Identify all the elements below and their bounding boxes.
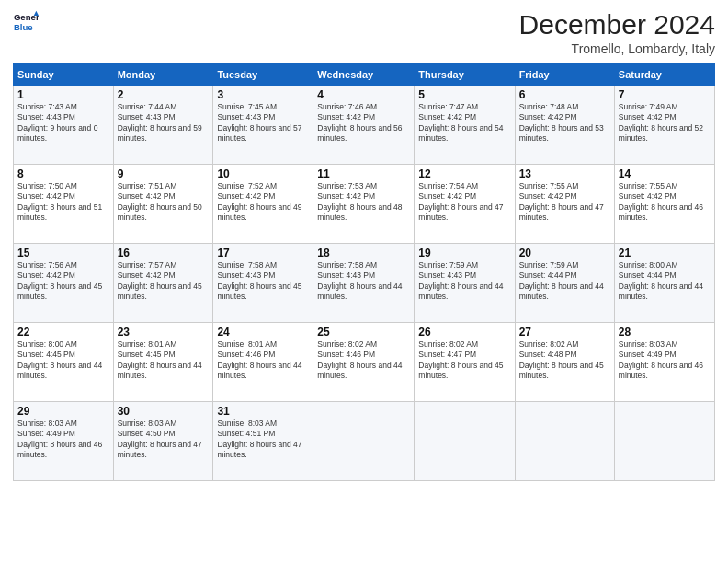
day-cell-2: 2 Sunrise: 7:44 AMSunset: 4:43 PMDayligh… xyxy=(113,86,213,165)
day-info: Sunrise: 7:55 AMSunset: 4:42 PMDaylight:… xyxy=(519,181,610,224)
day-cell-8: 8 Sunrise: 7:50 AMSunset: 4:42 PMDayligh… xyxy=(14,165,114,244)
day-info: Sunrise: 8:02 AMSunset: 4:48 PMDaylight:… xyxy=(519,339,610,382)
title-block: December 2024 Tromello, Lombardy, Italy xyxy=(519,9,715,56)
calendar-body: 1 Sunrise: 7:43 AMSunset: 4:43 PMDayligh… xyxy=(14,86,715,481)
day-cell-21: 21 Sunrise: 8:00 AMSunset: 4:44 PMDaylig… xyxy=(614,244,714,323)
day-cell-14: 14 Sunrise: 7:55 AMSunset: 4:42 PMDaylig… xyxy=(614,165,714,244)
day-cell-31: 31 Sunrise: 8:03 AMSunset: 4:51 PMDaylig… xyxy=(213,402,313,481)
day-cell-1: 1 Sunrise: 7:43 AMSunset: 4:43 PMDayligh… xyxy=(14,86,114,165)
day-cell-23: 23 Sunrise: 8:01 AMSunset: 4:45 PMDaylig… xyxy=(113,323,213,402)
day-info: Sunrise: 7:47 AMSunset: 4:42 PMDaylight:… xyxy=(418,102,510,144)
day-cell-30: 30 Sunrise: 8:03 AMSunset: 4:50 PMDaylig… xyxy=(113,402,213,481)
calendar-week-1: 1 Sunrise: 7:43 AMSunset: 4:43 PMDayligh… xyxy=(14,86,715,165)
day-info: Sunrise: 7:43 AMSunset: 4:43 PMDaylight:… xyxy=(17,102,109,144)
day-cell-6: 6 Sunrise: 7:48 AMSunset: 4:42 PMDayligh… xyxy=(515,86,614,165)
day-cell-9: 9 Sunrise: 7:51 AMSunset: 4:42 PMDayligh… xyxy=(113,165,213,244)
day-info: Sunrise: 8:01 AMSunset: 4:46 PMDaylight:… xyxy=(217,339,309,382)
empty-cell xyxy=(313,402,415,481)
day-info: Sunrise: 7:55 AMSunset: 4:42 PMDaylight:… xyxy=(619,181,711,224)
day-cell-5: 5 Sunrise: 7:47 AMSunset: 4:42 PMDayligh… xyxy=(415,86,515,165)
day-number: 4 xyxy=(317,88,410,101)
day-number: 16 xyxy=(118,247,210,259)
day-cell-17: 17 Sunrise: 7:58 AMSunset: 4:43 PMDaylig… xyxy=(213,244,313,323)
day-info: Sunrise: 7:50 AMSunset: 4:42 PMDaylight:… xyxy=(17,181,109,224)
day-cell-12: 12 Sunrise: 7:54 AMSunset: 4:42 PMDaylig… xyxy=(415,165,515,244)
header: General Blue December 2024 Tromello, Lom… xyxy=(13,9,715,56)
col-saturday: Saturday xyxy=(614,64,714,86)
day-number: 25 xyxy=(317,326,410,339)
day-cell-7: 7 Sunrise: 7:49 AMSunset: 4:42 PMDayligh… xyxy=(614,86,714,165)
day-cell-4: 4 Sunrise: 7:46 AMSunset: 4:42 PMDayligh… xyxy=(313,86,415,165)
day-info: Sunrise: 7:58 AMSunset: 4:43 PMDaylight:… xyxy=(217,260,309,303)
day-number: 12 xyxy=(418,167,510,180)
day-number: 30 xyxy=(118,405,210,418)
svg-text:Blue: Blue xyxy=(14,22,33,32)
day-number: 23 xyxy=(118,326,210,339)
day-info: Sunrise: 8:03 AMSunset: 4:49 PMDaylight:… xyxy=(619,339,711,382)
day-cell-19: 19 Sunrise: 7:59 AMSunset: 4:43 PMDaylig… xyxy=(415,244,515,323)
col-wednesday: Wednesday xyxy=(313,64,415,86)
day-cell-20: 20 Sunrise: 7:59 AMSunset: 4:44 PMDaylig… xyxy=(515,244,614,323)
day-number: 28 xyxy=(619,326,711,339)
calendar-week-2: 8 Sunrise: 7:50 AMSunset: 4:42 PMDayligh… xyxy=(14,165,715,244)
day-number: 5 xyxy=(418,88,510,101)
logo-icon: General Blue xyxy=(13,9,39,35)
day-number: 19 xyxy=(418,247,510,259)
day-info: Sunrise: 7:46 AMSunset: 4:42 PMDaylight:… xyxy=(317,102,410,144)
day-number: 20 xyxy=(519,247,610,259)
calendar-header-row: Sunday Monday Tuesday Wednesday Thursday… xyxy=(14,64,715,86)
day-cell-22: 22 Sunrise: 8:00 AMSunset: 4:45 PMDaylig… xyxy=(14,323,114,402)
day-number: 27 xyxy=(519,326,610,339)
day-info: Sunrise: 8:00 AMSunset: 4:44 PMDaylight:… xyxy=(619,260,711,303)
empty-cell xyxy=(614,402,714,481)
calendar-week-5: 29 Sunrise: 8:03 AMSunset: 4:49 PMDaylig… xyxy=(14,402,715,481)
day-cell-25: 25 Sunrise: 8:02 AMSunset: 4:46 PMDaylig… xyxy=(313,323,415,402)
day-info: Sunrise: 7:59 AMSunset: 4:43 PMDaylight:… xyxy=(418,260,510,303)
day-number: 26 xyxy=(418,326,510,339)
day-number: 24 xyxy=(217,326,309,339)
day-cell-29: 29 Sunrise: 8:03 AMSunset: 4:49 PMDaylig… xyxy=(14,402,114,481)
day-cell-18: 18 Sunrise: 7:58 AMSunset: 4:43 PMDaylig… xyxy=(313,244,415,323)
day-cell-11: 11 Sunrise: 7:53 AMSunset: 4:42 PMDaylig… xyxy=(313,165,415,244)
day-info: Sunrise: 7:45 AMSunset: 4:43 PMDaylight:… xyxy=(217,102,309,144)
day-cell-10: 10 Sunrise: 7:52 AMSunset: 4:42 PMDaylig… xyxy=(213,165,313,244)
col-friday: Friday xyxy=(515,64,614,86)
empty-cell xyxy=(515,402,614,481)
day-info: Sunrise: 8:03 AMSunset: 4:51 PMDaylight:… xyxy=(217,419,309,461)
day-cell-28: 28 Sunrise: 8:03 AMSunset: 4:49 PMDaylig… xyxy=(614,323,714,402)
day-number: 7 xyxy=(619,88,711,101)
page-container: General Blue December 2024 Tromello, Lom… xyxy=(0,0,728,487)
day-info: Sunrise: 8:00 AMSunset: 4:45 PMDaylight:… xyxy=(17,339,109,382)
day-info: Sunrise: 8:01 AMSunset: 4:45 PMDaylight:… xyxy=(118,339,210,382)
day-info: Sunrise: 7:54 AMSunset: 4:42 PMDaylight:… xyxy=(418,181,510,224)
day-info: Sunrise: 7:49 AMSunset: 4:42 PMDaylight:… xyxy=(619,102,711,144)
day-number: 15 xyxy=(17,247,109,259)
day-info: Sunrise: 8:03 AMSunset: 4:50 PMDaylight:… xyxy=(118,419,210,461)
day-info: Sunrise: 8:02 AMSunset: 4:46 PMDaylight:… xyxy=(317,339,410,382)
day-info: Sunrise: 8:03 AMSunset: 4:49 PMDaylight:… xyxy=(17,419,109,461)
day-number: 6 xyxy=(519,88,610,101)
day-info: Sunrise: 7:57 AMSunset: 4:42 PMDaylight:… xyxy=(118,260,210,303)
day-number: 31 xyxy=(217,405,309,418)
day-number: 22 xyxy=(17,326,109,339)
col-thursday: Thursday xyxy=(415,64,515,86)
day-number: 14 xyxy=(619,167,711,180)
day-cell-27: 27 Sunrise: 8:02 AMSunset: 4:48 PMDaylig… xyxy=(515,323,614,402)
col-sunday: Sunday xyxy=(14,64,114,86)
day-number: 8 xyxy=(17,167,109,180)
day-info: Sunrise: 8:02 AMSunset: 4:47 PMDaylight:… xyxy=(418,339,510,382)
day-info: Sunrise: 7:51 AMSunset: 4:42 PMDaylight:… xyxy=(118,181,210,224)
day-info: Sunrise: 7:48 AMSunset: 4:42 PMDaylight:… xyxy=(519,102,610,144)
day-number: 17 xyxy=(217,247,309,259)
logo: General Blue xyxy=(13,9,39,35)
day-number: 21 xyxy=(619,247,711,259)
day-number: 3 xyxy=(217,88,309,101)
day-number: 1 xyxy=(17,88,109,101)
day-number: 29 xyxy=(17,405,109,418)
day-info: Sunrise: 7:58 AMSunset: 4:43 PMDaylight:… xyxy=(317,260,410,303)
day-number: 2 xyxy=(118,88,210,101)
day-info: Sunrise: 7:56 AMSunset: 4:42 PMDaylight:… xyxy=(17,260,109,303)
location-title: Tromello, Lombardy, Italy xyxy=(519,41,715,56)
day-cell-13: 13 Sunrise: 7:55 AMSunset: 4:42 PMDaylig… xyxy=(515,165,614,244)
day-cell-24: 24 Sunrise: 8:01 AMSunset: 4:46 PMDaylig… xyxy=(213,323,313,402)
